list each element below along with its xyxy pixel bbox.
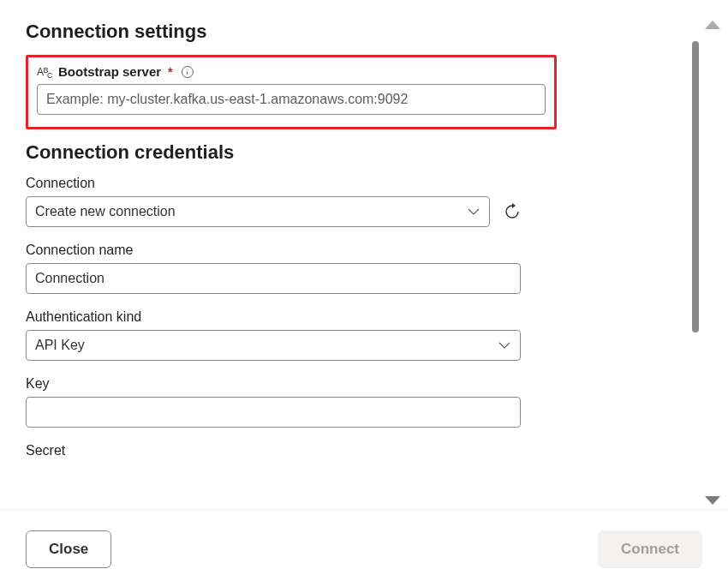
connection-label: Connection — [26, 176, 521, 191]
key-input[interactable] — [26, 397, 521, 428]
scroll-up-arrow[interactable] — [705, 21, 720, 29]
close-button[interactable]: Close — [26, 530, 111, 568]
secret-field: Secret — [26, 443, 521, 458]
bootstrap-server-label: Bootstrap server — [58, 64, 161, 79]
scroll-arrows — [702, 21, 723, 505]
bootstrap-server-label-row: ABC Bootstrap server * i — [37, 64, 546, 79]
connection-name-label: Connection name — [26, 243, 521, 258]
refresh-icon[interactable] — [504, 203, 521, 220]
connection-name-field: Connection name — [26, 243, 521, 294]
connection-name-input[interactable] — [26, 263, 521, 294]
bootstrap-server-highlight: ABC Bootstrap server * i — [26, 55, 557, 129]
connection-settings-heading: Connection settings — [26, 21, 702, 43]
key-label: Key — [26, 376, 521, 392]
connection-dialog: Connection settings ABC Bootstrap server… — [0, 0, 728, 497]
connection-select[interactable]: Create new connection — [26, 196, 490, 227]
required-asterisk: * — [168, 65, 172, 79]
key-field: Key — [26, 376, 521, 428]
bootstrap-server-input[interactable] — [37, 84, 546, 115]
dialog-footer: Close Connect — [0, 510, 728, 587]
secret-label: Secret — [26, 443, 521, 458]
info-icon[interactable]: i — [182, 66, 194, 78]
connection-credentials-heading: Connection credentials — [26, 141, 702, 164]
authentication-kind-field: Authentication kind API Key — [26, 309, 521, 361]
authentication-kind-select[interactable]: API Key — [26, 330, 521, 361]
authentication-kind-label: Authentication kind — [26, 309, 521, 325]
scrollbar-thumb[interactable] — [692, 41, 699, 332]
text-type-icon: ABC — [37, 66, 53, 78]
connection-field: Connection Create new connection — [26, 176, 521, 227]
scroll-down-arrow[interactable] — [705, 496, 720, 505]
connect-button[interactable]: Connect — [598, 530, 702, 568]
